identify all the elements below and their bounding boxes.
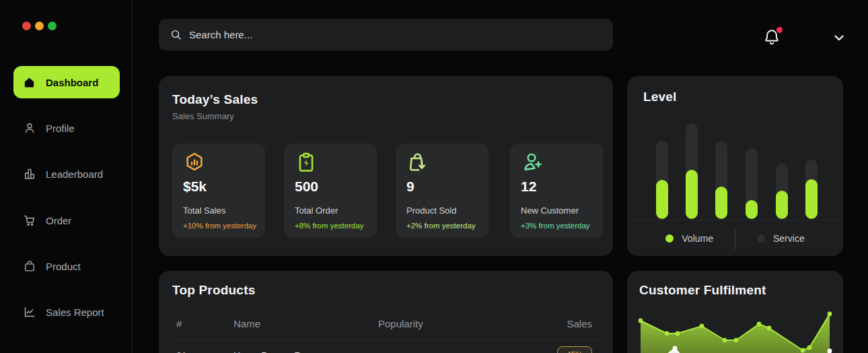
series-green-point <box>734 338 739 343</box>
sidebar-item-label: Profile <box>46 123 75 134</box>
stat-value: 9 <box>406 179 414 195</box>
row-id: 01 <box>176 350 187 353</box>
sidebar-item-label: Dashboard <box>46 77 98 88</box>
window-controls <box>22 22 57 30</box>
stat-label: Product Sold <box>406 205 456 216</box>
legend-item-service[interactable]: Service <box>757 233 805 244</box>
series-green-point <box>807 346 812 350</box>
todays-sales-title: Today’s Sales <box>172 92 258 107</box>
bag-icon <box>23 259 36 273</box>
col-sales: Sales <box>567 318 592 329</box>
table-row: 01 Home Decore Range 45% <box>159 341 613 353</box>
level-legend: Volume Service <box>627 220 843 256</box>
series-green-point <box>639 319 643 323</box>
search-input[interactable] <box>189 29 602 40</box>
sidebar-item-profile[interactable]: Profile <box>13 115 129 141</box>
service-dot <box>757 234 765 243</box>
leaderboard-icon <box>23 167 36 181</box>
window-zoom-dot[interactable] <box>48 22 57 30</box>
notification-bell-icon[interactable] <box>762 27 784 49</box>
row-name: Home Decore Range <box>233 350 322 353</box>
top-products-title: Top Products <box>172 283 255 298</box>
stat-card-product-sold: 9 Product Sold +2% from yesterday <box>396 143 489 238</box>
customer-fulfilment-card: Customer Fulfilment <box>627 271 843 353</box>
sidebar-item-dashboard[interactable]: Dashboard <box>13 66 120 98</box>
sidebar-item-label: Sales Report <box>46 307 104 318</box>
legend-label: Volume <box>682 233 713 244</box>
cart-icon <box>23 214 36 227</box>
volume-dot <box>665 234 674 243</box>
user-plus-icon <box>521 151 544 174</box>
chevron-down-icon[interactable] <box>830 30 848 46</box>
line-chart-icon <box>23 305 36 319</box>
sidebar-item-leaderboard[interactable]: Leaderboard <box>13 160 129 187</box>
series-green-point <box>676 331 680 336</box>
row-sales-badge: 45% <box>557 346 592 353</box>
level-bar-chart <box>627 76 843 220</box>
legend-item-volume[interactable]: Volume <box>665 233 713 244</box>
sidebar-item-label: Order <box>46 215 71 226</box>
stat-value: $5k <box>183 179 207 195</box>
series-green-point <box>757 322 762 327</box>
volume-bar <box>686 170 698 219</box>
series-white-point <box>673 346 678 351</box>
stat-delta: +3% from yesterday <box>521 222 590 230</box>
series-green-point <box>665 331 670 336</box>
volume-bar <box>746 200 758 219</box>
stat-delta: +10% from yesterday <box>183 222 256 230</box>
sidebar-item-sales-report[interactable]: Sales Report <box>13 298 129 325</box>
series-green-point <box>828 312 832 317</box>
stat-label: Total Order <box>295 205 338 216</box>
stat-label: New Customer <box>521 205 579 216</box>
search-icon <box>170 28 182 41</box>
legend-divider <box>735 227 735 250</box>
stat-delta: +8% from yesterday <box>295 222 364 230</box>
series-green-point <box>700 324 704 329</box>
clipboard-bolt-icon <box>295 151 318 174</box>
sidebar-item-order[interactable]: Order <box>13 207 129 234</box>
volume-bar <box>776 191 788 219</box>
level-card: Level Volume Service <box>627 76 843 256</box>
window-minimize-dot[interactable] <box>35 22 44 30</box>
series-green-point <box>767 326 772 331</box>
fulfilment-area-chart <box>627 306 843 353</box>
bag-arrow-down-icon <box>406 151 429 174</box>
col-name: Name <box>233 318 260 329</box>
volume-bar <box>805 179 818 219</box>
table-header: # Name Popularity Sales <box>159 318 613 334</box>
notification-dot <box>776 27 783 33</box>
customer-fulfilment-title: Customer Fulfilment <box>639 283 766 298</box>
legend-label: Service <box>773 233 805 244</box>
hexagon-chart-icon <box>183 151 206 174</box>
stat-delta: +2% from yesterday <box>406 222 476 230</box>
top-products-card: Top Products # Name Popularity Sales 01 … <box>159 271 613 353</box>
stat-label: Total Sales <box>183 205 226 216</box>
todays-sales-card: Today’s Sales Sales Summary $5k Total Sa… <box>159 76 613 256</box>
stat-card-total-order: 500 Total Order +8% from yesterday <box>284 143 377 238</box>
volume-bar <box>715 187 727 219</box>
volume-bar <box>656 180 668 219</box>
series-green-point <box>723 338 727 343</box>
sales-summary-subtitle: Sales Summary <box>172 111 234 121</box>
stat-card-new-customer: 12 New Customer +3% from yesterday <box>510 143 603 238</box>
sidebar-item-product[interactable]: Product <box>13 253 129 280</box>
stat-value: 500 <box>295 179 318 195</box>
user-icon <box>23 121 36 135</box>
col-popularity: Popularity <box>378 318 423 329</box>
window-close-dot[interactable] <box>22 22 31 30</box>
search-bar[interactable] <box>159 19 613 51</box>
sidebar: Dashboard Profile Leaderboard Order Prod… <box>0 0 133 353</box>
col-number: # <box>176 318 182 329</box>
stat-value: 12 <box>521 179 536 195</box>
home-icon <box>23 75 36 89</box>
sidebar-item-label: Product <box>46 261 81 272</box>
series-green-point <box>801 348 805 353</box>
stat-card-total-sales: $5k Total Sales +10% from yesterday <box>172 143 265 238</box>
sidebar-item-label: Leaderboard <box>46 168 103 180</box>
